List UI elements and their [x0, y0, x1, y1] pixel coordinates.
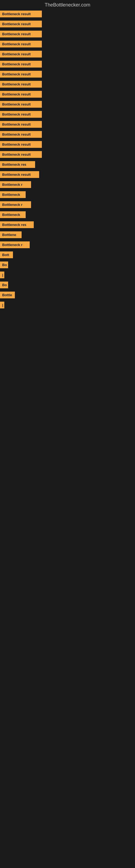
- bar-row: Bott: [0, 250, 135, 260]
- bottleneck-label: Bottleneck result: [0, 171, 39, 178]
- bottleneck-bar: Bottleneck result: [0, 51, 135, 58]
- bottleneck-bar: Bottleneck result: [0, 171, 135, 178]
- bar-row: Bottleneck result: [0, 129, 135, 140]
- bar-row: Bottleneck result: [0, 39, 135, 49]
- bottleneck-label: Bottleneck r: [0, 181, 31, 188]
- bottleneck-bar: Bottleneck result: [0, 71, 135, 78]
- bottleneck-label: Bottleneck result: [0, 51, 42, 58]
- bottleneck-label: |: [0, 272, 4, 278]
- bottleneck-label: Bottlene: [0, 231, 21, 238]
- bottleneck-bar: Bottleneck result: [0, 141, 135, 148]
- bar-row: Bottleneck result: [0, 49, 135, 59]
- bottleneck-bar: Bottleneck res: [0, 161, 135, 168]
- bottleneck-bar: Bottleneck result: [0, 121, 135, 128]
- bottleneck-bar: Bottleneck r: [0, 201, 135, 208]
- bottleneck-bar: Bottleneck result: [0, 151, 135, 158]
- bottleneck-label: Bo: [0, 282, 8, 288]
- bottleneck-label: |: [0, 302, 4, 308]
- bar-row: Bottleneck: [0, 210, 135, 220]
- bottleneck-label: Bottleneck result: [0, 141, 42, 148]
- bottleneck-bar: Bottleneck result: [0, 31, 135, 37]
- bottleneck-bar: Bo: [0, 282, 135, 288]
- bar-row: Bottlene: [0, 230, 135, 240]
- bar-row: |: [0, 300, 135, 310]
- bottleneck-bar: Bottleneck result: [0, 131, 135, 138]
- bottleneck-bar: Bottleneck: [0, 191, 135, 198]
- bottleneck-label: Bottleneck: [0, 191, 26, 198]
- bar-row: Bottleneck result: [0, 140, 135, 150]
- bottleneck-bar: |: [0, 272, 135, 278]
- bottleneck-bar: Bottleneck result: [0, 41, 135, 48]
- bottleneck-bar: Bottleneck result: [0, 21, 135, 27]
- bar-row: Bottleneck result: [0, 89, 135, 99]
- bottleneck-label: Bottleneck result: [0, 111, 42, 118]
- bottleneck-label: Bottleneck result: [0, 31, 42, 37]
- bottleneck-label: Bottleneck result: [0, 101, 42, 108]
- bottleneck-bar: Bottlene: [0, 231, 135, 238]
- bottleneck-bar: Bottleneck r: [0, 241, 135, 248]
- bottleneck-bar: Bott: [0, 251, 135, 258]
- bottleneck-label: Bo: [0, 261, 8, 268]
- bar-row: Bottleneck res: [0, 220, 135, 230]
- bar-row: Bottleneck result: [0, 59, 135, 69]
- bottleneck-bar: Bottleneck res: [0, 221, 135, 228]
- bar-row: |: [0, 270, 135, 280]
- bottleneck-label: Bottleneck result: [0, 91, 42, 98]
- bottleneck-label: Bottleneck result: [0, 10, 42, 18]
- bottleneck-label: Bottleneck: [0, 211, 26, 218]
- bar-row: Bottleneck result: [0, 109, 135, 119]
- bottleneck-bar: Bo: [0, 261, 135, 268]
- bottleneck-label: Bottleneck result: [0, 81, 42, 88]
- bar-row: Bottleneck result: [0, 99, 135, 109]
- bottleneck-label: Bottleneck result: [0, 131, 42, 138]
- bar-row: Bottleneck result: [0, 150, 135, 159]
- bottleneck-label: Bottleneck result: [0, 41, 42, 48]
- bar-row: Bottleneck result: [0, 9, 135, 19]
- bar-row: Bo: [0, 280, 135, 290]
- bottleneck-bar: Bottleneck r: [0, 181, 135, 188]
- bar-row: Bottleneck r: [0, 199, 135, 210]
- bottleneck-bar: Bottleneck result: [0, 61, 135, 67]
- bottleneck-bar: Bottleneck: [0, 211, 135, 218]
- bottleneck-label: Bottleneck res: [0, 221, 34, 228]
- bottleneck-bar: Bottleneck result: [0, 111, 135, 118]
- bar-row: Bottleneck result: [0, 69, 135, 79]
- bottleneck-bar: Bottleneck result: [0, 81, 135, 88]
- bar-row: Bottle: [0, 290, 135, 300]
- bar-section: Bottleneck resultBottleneck resultBottle…: [0, 9, 135, 310]
- bottleneck-label: Bottleneck r: [0, 241, 30, 248]
- bar-row: Bottleneck result: [0, 79, 135, 89]
- bottleneck-label: Bottleneck result: [0, 71, 42, 78]
- bottleneck-bar: Bottleneck result: [0, 91, 135, 98]
- bottleneck-label: Bottleneck result: [0, 151, 42, 158]
- bar-row: Bottleneck r: [0, 240, 135, 250]
- bottleneck-bar: Bottleneck result: [0, 101, 135, 108]
- bar-row: Bottleneck result: [0, 169, 135, 180]
- bottleneck-label: Bott: [0, 251, 13, 258]
- bottleneck-bar: |: [0, 302, 135, 308]
- page-container: TheBottlenecker.com Bottleneck resultBot…: [0, 0, 135, 310]
- bottleneck-label: Bottleneck result: [0, 121, 42, 128]
- bottleneck-bar: Bottle: [0, 291, 135, 299]
- bottleneck-label: Bottleneck r: [0, 201, 31, 208]
- bottleneck-label: Bottleneck res: [0, 161, 35, 168]
- bottleneck-label: Bottle: [0, 291, 15, 299]
- bar-row: Bo: [0, 260, 135, 270]
- bar-row: Bottleneck r: [0, 180, 135, 190]
- bar-row: Bottleneck result: [0, 119, 135, 129]
- bar-row: Bottleneck result: [0, 29, 135, 39]
- bar-row: Bottleneck res: [0, 159, 135, 169]
- site-title: TheBottlenecker.com: [0, 0, 135, 9]
- bottleneck-label: Bottleneck result: [0, 21, 42, 27]
- bar-row: Bottleneck result: [0, 19, 135, 29]
- bar-row: Bottleneck: [0, 190, 135, 199]
- bottleneck-label: Bottleneck result: [0, 61, 42, 67]
- bottleneck-bar: Bottleneck result: [0, 10, 135, 18]
